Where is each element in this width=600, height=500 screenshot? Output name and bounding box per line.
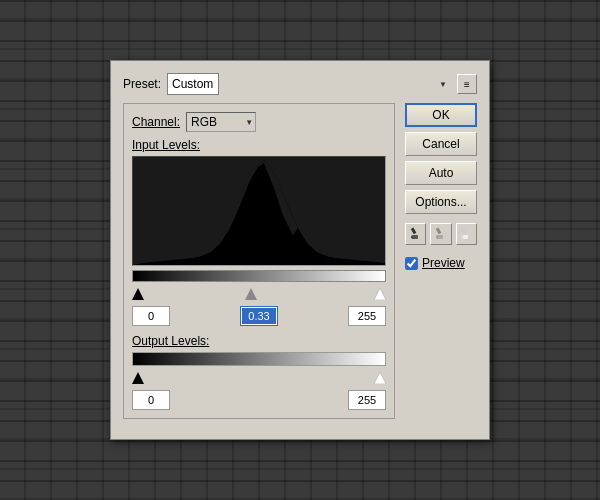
input-mid-value[interactable] bbox=[240, 306, 278, 326]
channel-select[interactable]: RGB bbox=[186, 112, 256, 132]
svg-marker-4 bbox=[374, 372, 386, 384]
input-black-value[interactable] bbox=[132, 306, 170, 326]
output-white-handle[interactable] bbox=[374, 372, 386, 387]
input-slider-track bbox=[132, 270, 386, 284]
output-white-value[interactable] bbox=[348, 390, 386, 410]
svg-rect-10 bbox=[438, 235, 443, 239]
svg-marker-1 bbox=[245, 288, 257, 300]
options-button[interactable]: Options... bbox=[405, 190, 477, 214]
eyedropper-black-button[interactable] bbox=[405, 223, 426, 245]
preview-label: Preview bbox=[422, 256, 465, 270]
eyedropper-row bbox=[405, 223, 477, 245]
output-levels-label: Output Levels: bbox=[132, 334, 386, 348]
dialog-buttons-panel: OK Cancel Auto Options... bbox=[405, 103, 477, 427]
input-mid-handle[interactable] bbox=[245, 288, 257, 303]
svg-rect-5 bbox=[410, 227, 416, 234]
svg-marker-2 bbox=[374, 288, 386, 300]
output-black-handle[interactable] bbox=[132, 372, 144, 387]
input-slider-handles bbox=[132, 286, 386, 302]
output-black-value[interactable] bbox=[132, 390, 170, 410]
auto-button[interactable]: Auto bbox=[405, 161, 477, 185]
svg-marker-0 bbox=[132, 288, 144, 300]
input-black-handle[interactable] bbox=[132, 288, 144, 303]
preset-label: Preset: bbox=[123, 77, 161, 91]
svg-rect-11 bbox=[461, 227, 467, 234]
input-white-handle[interactable] bbox=[374, 288, 386, 303]
svg-marker-3 bbox=[132, 372, 144, 384]
dialog-main-panel: Channel: RGB Input Levels: bbox=[123, 103, 395, 427]
input-values-row bbox=[132, 306, 386, 326]
channel-row: Channel: RGB bbox=[132, 112, 386, 132]
levels-panel: Channel: RGB Input Levels: bbox=[123, 103, 395, 419]
output-slider-handles bbox=[132, 370, 386, 386]
output-values-row bbox=[132, 390, 386, 410]
channel-select-wrapper: RGB bbox=[186, 112, 256, 132]
input-levels-label: Input Levels: bbox=[132, 138, 386, 152]
ok-button[interactable]: OK bbox=[405, 103, 477, 127]
preview-checkbox[interactable] bbox=[405, 257, 418, 270]
output-gradient-track bbox=[132, 352, 386, 366]
svg-rect-8 bbox=[436, 227, 442, 234]
preset-menu-button[interactable]: ≡ bbox=[457, 74, 477, 94]
preset-select[interactable]: Custom bbox=[167, 73, 219, 95]
svg-rect-7 bbox=[413, 235, 418, 239]
eyedropper-gray-button[interactable] bbox=[430, 223, 451, 245]
preset-row: Preset: Custom ≡ bbox=[123, 73, 477, 95]
eyedropper-white-button[interactable] bbox=[456, 223, 477, 245]
dialog-content-row: Channel: RGB Input Levels: bbox=[123, 103, 477, 427]
levels-dialog: Preset: Custom ≡ Channel: RGB bbox=[110, 60, 490, 440]
svg-rect-13 bbox=[463, 235, 468, 239]
preview-row: Preview bbox=[405, 256, 477, 270]
cancel-button[interactable]: Cancel bbox=[405, 132, 477, 156]
channel-label: Channel: bbox=[132, 115, 180, 129]
preset-select-wrapper: Custom bbox=[167, 73, 451, 95]
input-white-value[interactable] bbox=[348, 306, 386, 326]
histogram bbox=[132, 156, 386, 266]
